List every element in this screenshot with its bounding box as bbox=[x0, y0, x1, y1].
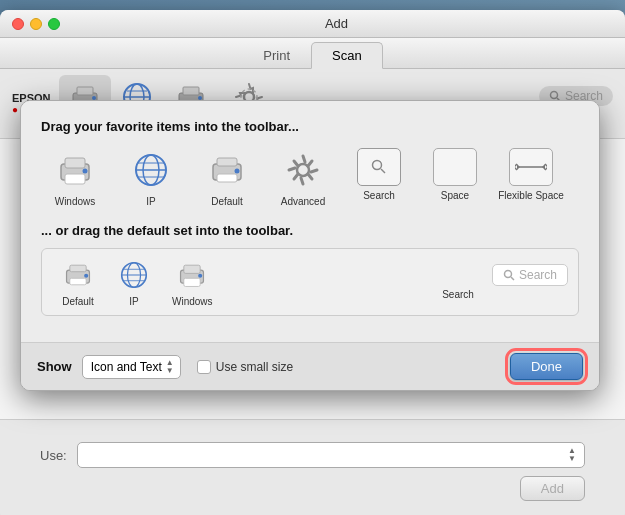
tab-print[interactable]: Print bbox=[242, 42, 311, 69]
add-button-row: Add bbox=[20, 476, 605, 511]
palette-gear-icon bbox=[281, 148, 325, 192]
small-size-area[interactable]: Use small size bbox=[197, 360, 293, 374]
show-label: Show bbox=[37, 359, 72, 374]
use-label: Use: bbox=[40, 448, 67, 463]
search-field-placeholder: Search bbox=[519, 268, 557, 282]
search-icon-default bbox=[503, 269, 515, 281]
default-toolbar-ip-label: IP bbox=[129, 296, 138, 307]
svg-rect-18 bbox=[65, 158, 85, 168]
svg-rect-10 bbox=[183, 87, 199, 95]
default-search-field[interactable]: Search bbox=[492, 264, 568, 286]
bottom-panel: Use: ▲ ▼ Add bbox=[0, 419, 625, 515]
palette-item-windows[interactable]: Windows bbox=[41, 148, 109, 207]
palette-search-icon bbox=[357, 148, 401, 186]
palette-flex-space-label: Flexible Space bbox=[498, 190, 564, 201]
default-printer-icon bbox=[60, 257, 96, 293]
svg-point-15 bbox=[550, 91, 557, 98]
svg-rect-44 bbox=[184, 265, 200, 273]
palette-ip-label: IP bbox=[146, 196, 155, 207]
default-toolbar-default-label: Default bbox=[62, 296, 94, 307]
use-select[interactable]: ▲ ▼ bbox=[77, 442, 585, 468]
window-controls bbox=[12, 18, 60, 30]
use-select-arrows: ▲ ▼ bbox=[568, 447, 576, 463]
palette-windows-icon bbox=[53, 148, 97, 192]
svg-point-20 bbox=[83, 169, 88, 174]
close-button[interactable] bbox=[12, 18, 24, 30]
default-toolbar-windows-label: Windows bbox=[172, 296, 213, 307]
svg-point-37 bbox=[84, 274, 88, 278]
use-row: Use: ▲ ▼ bbox=[20, 430, 605, 476]
dialog-bottom: Show Icon and Text ▲ ▼ Use small size Do… bbox=[21, 342, 599, 390]
show-select-arrows: ▲ ▼ bbox=[166, 359, 174, 375]
palette-item-search[interactable]: Search bbox=[345, 148, 413, 201]
svg-rect-27 bbox=[217, 158, 237, 166]
small-size-label: Use small size bbox=[216, 360, 293, 374]
default-globe-icon bbox=[116, 257, 152, 293]
palette-item-flex-space[interactable]: Flexible Space bbox=[497, 148, 565, 201]
svg-rect-45 bbox=[184, 278, 200, 286]
svg-point-29 bbox=[235, 169, 240, 174]
default-toolbar-ip[interactable]: IP bbox=[108, 255, 160, 309]
small-size-checkbox[interactable] bbox=[197, 360, 211, 374]
titlebar: Add bbox=[0, 10, 625, 38]
tab-scan[interactable]: Scan bbox=[311, 42, 383, 69]
palette-item-default[interactable]: Default bbox=[193, 148, 261, 207]
palette-search-label: Search bbox=[363, 190, 395, 201]
default-toolbar-default[interactable]: Default bbox=[52, 255, 104, 309]
drag-area: Drag your favorite items into the toolba… bbox=[21, 101, 599, 342]
divider-text: ... or drag the default set into the too… bbox=[41, 223, 579, 238]
search-magnify-icon bbox=[371, 159, 387, 175]
svg-rect-28 bbox=[217, 174, 237, 182]
svg-line-32 bbox=[381, 169, 385, 173]
svg-rect-1 bbox=[77, 87, 93, 95]
window-title: Add bbox=[60, 16, 613, 31]
svg-rect-19 bbox=[65, 174, 85, 184]
add-button[interactable]: Add bbox=[520, 476, 585, 501]
svg-point-46 bbox=[198, 274, 202, 278]
default-toolbar-area: Default IP bbox=[41, 248, 579, 316]
palette-windows-label: Windows bbox=[55, 196, 96, 207]
minimize-button[interactable] bbox=[30, 18, 42, 30]
drag-instruction: Drag your favorite items into the toolba… bbox=[41, 119, 579, 134]
palette-item-ip[interactable]: IP bbox=[117, 148, 185, 207]
palette-space-icon bbox=[433, 148, 477, 186]
palette-default-icon bbox=[205, 148, 249, 192]
svg-point-31 bbox=[373, 161, 382, 170]
palette-item-space[interactable]: Space bbox=[421, 148, 489, 201]
palette-advanced-label: Advanced bbox=[281, 196, 325, 207]
toolbar-palette: Windows IP bbox=[41, 148, 579, 207]
default-windows-icon bbox=[174, 257, 210, 293]
svg-rect-36 bbox=[70, 278, 86, 285]
palette-item-advanced[interactable]: Advanced bbox=[269, 148, 337, 207]
default-search-wrapper: Search Search bbox=[348, 264, 568, 300]
palette-globe-icon bbox=[129, 148, 173, 192]
flex-space-arrows-icon bbox=[515, 161, 547, 173]
palette-space-label: Space bbox=[441, 190, 469, 201]
svg-point-47 bbox=[504, 271, 511, 278]
search-field-label: Search bbox=[348, 289, 568, 300]
palette-default-label: Default bbox=[211, 196, 243, 207]
done-button[interactable]: Done bbox=[510, 353, 583, 380]
customize-dialog: Drag your favorite items into the toolba… bbox=[20, 100, 600, 391]
default-toolbar-windows[interactable]: Windows bbox=[164, 255, 221, 309]
svg-line-48 bbox=[511, 277, 514, 280]
show-select-value: Icon and Text bbox=[91, 360, 162, 374]
maximize-button[interactable] bbox=[48, 18, 60, 30]
palette-flex-space-icon bbox=[509, 148, 553, 186]
svg-rect-35 bbox=[70, 265, 86, 272]
tab-bar: Print Scan bbox=[0, 38, 625, 69]
show-select[interactable]: Icon and Text ▲ ▼ bbox=[82, 355, 181, 379]
